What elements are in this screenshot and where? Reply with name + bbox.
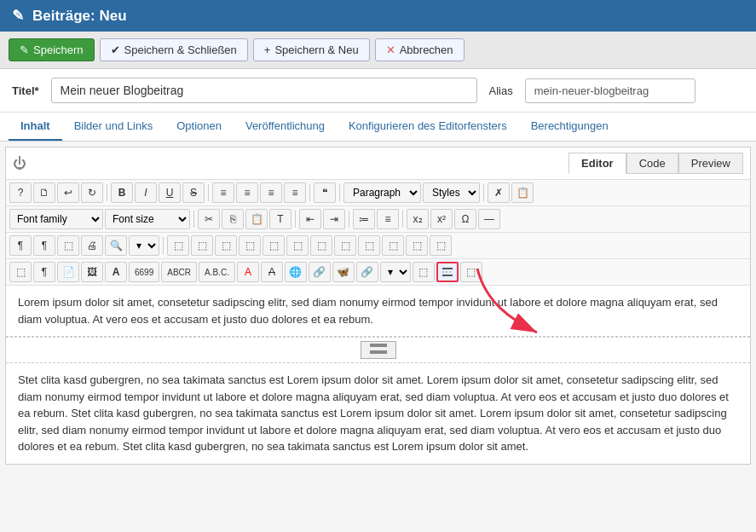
paste-text-btn2[interactable]: T [269,209,291,229]
superscript-button[interactable]: x² [430,209,453,229]
toolbar-row-2: Font family Font size ✂ ⎘ 📋 T ⇤ ⇥ ≔ ≡ x₂… [6,206,750,233]
paste-button[interactable]: 📋 [245,209,268,229]
table-btn4[interactable]: ⬚ [239,235,261,256]
row4-btn1[interactable]: ⬚ [9,262,32,282]
clear-formatting-button[interactable]: ✗ [488,182,510,203]
row4-btn8[interactable]: A.B.C. [199,262,235,282]
toolbar-row-4: ⬚ ¶ 📄 🖼 A 6699 ABCR A.B.C. A A 🌐 🔗 🦋 🔗 ▾… [6,259,750,286]
divider-6 [193,211,194,228]
cancel-button[interactable]: ✕ Abbrechen [375,38,465,61]
svg-rect-5 [370,350,387,354]
find-button[interactable]: 🔍 [105,235,127,256]
row4-btn9[interactable]: A [237,262,259,282]
tab-konfigurieren[interactable]: Konfigurieren des Editorfensters [337,113,519,141]
tab-code[interactable]: Code [626,153,678,174]
row4-select[interactable]: ▾ [380,262,411,282]
blockquote-button[interactable]: ❝ [314,182,336,203]
table-btn9[interactable]: ⬚ [358,235,380,256]
row4-btn11[interactable]: 🌐 [285,262,307,282]
italic-button[interactable]: I [135,182,157,203]
ordered-list-button[interactable]: ≔ [353,209,375,229]
bold-button[interactable]: B [111,182,133,203]
save-close-button[interactable]: ✔ Speichern & Schließen [100,38,248,61]
page-break-divider-button[interactable] [361,341,396,359]
row4-btn10[interactable]: A [261,262,283,282]
row4-btn14[interactable]: 🔗 [356,262,378,282]
table-btn12[interactable]: ⬚ [430,235,452,256]
divider-2 [208,184,209,201]
content-paragraph-1[interactable]: Lorem ipsum dolor sit amet, consetetur s… [6,286,750,337]
tab-preview[interactable]: Preview [678,153,743,174]
row4-btn2[interactable]: ¶ [33,262,55,282]
font-size-select[interactable]: Font size [105,209,190,229]
edit-icon: ✎ [12,7,24,25]
horizontal-rule-button[interactable]: — [478,209,500,229]
align-left-button[interactable]: ≡ [212,182,234,203]
align-center-button[interactable]: ≡ [236,182,258,203]
row4-btn12[interactable]: 🔗 [309,262,331,282]
tab-veroeffentlichung[interactable]: Veröffentlichung [234,113,337,141]
table-btn8[interactable]: ⬚ [334,235,356,256]
cut-button[interactable]: ✂ [198,209,220,229]
row4-btn5[interactable]: A [105,262,127,282]
power-icon[interactable]: ⏻ [13,156,26,171]
new-doc-button[interactable]: 🗋 [33,182,55,203]
toolbar-row-3: ¶ ¶ ⬚ 🖨 🔍 ▾ ⬚ ⬚ ⬚ ⬚ ⬚ ⬚ ⬚ ⬚ ⬚ ⬚ ⬚ ⬚ [6,233,750,259]
row4-btn7[interactable]: ABCR [161,262,197,282]
table-btn11[interactable]: ⬚ [406,235,428,256]
paragraph-select[interactable]: Paragraph [343,182,421,203]
select-all-button[interactable]: ⬚ [57,235,79,256]
paste-text-button[interactable]: 📋 [511,182,534,203]
unordered-list-button[interactable]: ≡ [377,209,399,229]
table-btn3[interactable]: ⬚ [215,235,237,256]
tab-bilder[interactable]: Bilder und Links [62,113,165,141]
row4-btn4[interactable]: 🖼 [81,262,103,282]
special-char-button[interactable]: Ω [454,209,476,229]
tab-inhalt[interactable]: Inhalt [9,113,62,141]
align-justify-button[interactable]: ≡ [284,182,306,203]
bidi-ltr-button[interactable]: ¶ [33,235,55,256]
divider-4 [339,184,340,201]
help-button[interactable]: ? [9,182,32,203]
action-bar: ✎ Speichern ✔ Speichern & Schließen + Sp… [0,32,756,69]
row4-btn13[interactable]: 🦋 [332,262,355,282]
row4-btn15[interactable]: ⬚ [413,262,435,282]
tab-optionen[interactable]: Optionen [164,113,234,141]
table-btn1[interactable]: ⬚ [167,235,189,256]
save-button[interactable]: ✎ Speichern [9,38,95,61]
content-paragraph-2[interactable]: Stet clita kasd gubergren, no sea takima… [6,363,750,464]
divider-7 [295,211,296,228]
table-btn10[interactable]: ⬚ [382,235,404,256]
strikethrough-button[interactable]: S [182,182,205,203]
indent-left-button[interactable]: ⇤ [299,209,321,229]
save-new-button[interactable]: + Speichern & Neu [253,38,370,61]
tab-editor[interactable]: Editor [568,153,626,174]
template-select[interactable]: ▾ [129,235,159,256]
row4-btn16[interactable]: ⬚ [460,262,482,282]
alias-input[interactable] [525,78,695,103]
show-blocks-button[interactable]: ¶ [9,235,32,256]
table-btn6[interactable]: ⬚ [286,235,309,256]
row4-btn3[interactable]: 📄 [57,262,79,282]
title-input[interactable] [51,78,477,103]
print-button[interactable]: 🖨 [81,235,103,256]
table-btn7[interactable]: ⬚ [310,235,332,256]
undo-button[interactable]: ↩ [57,182,79,203]
indent-right-button[interactable]: ⇥ [323,209,345,229]
editor-top: ⏻ Editor Code Preview [6,147,750,180]
align-right-button[interactable]: ≡ [260,182,282,203]
subscript-button[interactable]: x₂ [407,209,429,229]
copy-button[interactable]: ⎘ [222,209,244,229]
row4-btn6[interactable]: 6699 [129,262,159,282]
page-break-button[interactable] [436,262,459,282]
redo-button[interactable]: ↻ [81,182,103,203]
font-family-select[interactable]: Font family [9,209,103,229]
tab-berechtigungen[interactable]: Berechtigungen [519,113,620,141]
divider-9 [402,211,403,228]
title-label: Titel* [12,84,39,97]
content-tabs: Inhalt Bilder und Links Optionen Veröffe… [0,113,756,142]
table-btn2[interactable]: ⬚ [191,235,213,256]
table-btn5[interactable]: ⬚ [263,235,285,256]
underline-button[interactable]: U [159,182,181,203]
styles-select[interactable]: Styles [423,182,480,203]
